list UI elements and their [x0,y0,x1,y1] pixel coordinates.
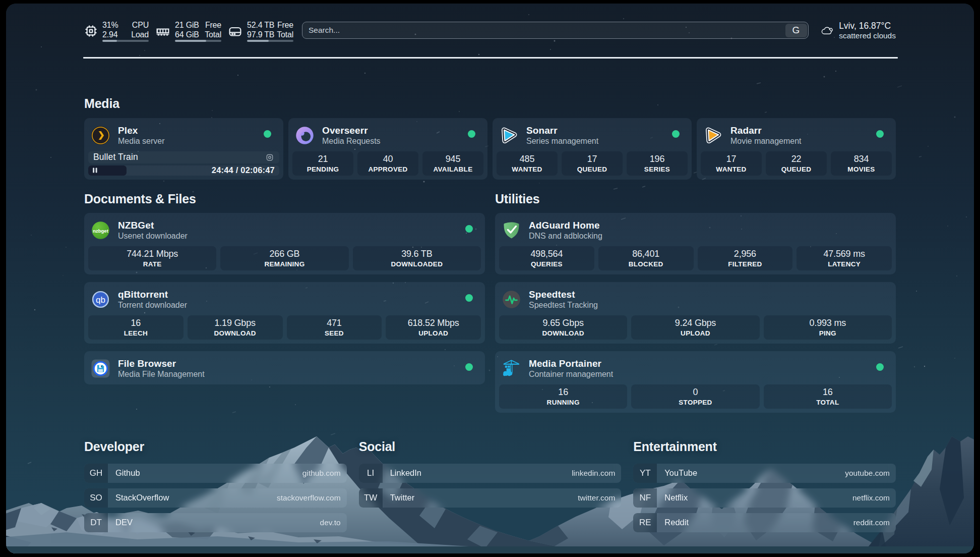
svg-text:qb: qb [96,295,105,304]
svg-text:nzbget: nzbget [93,228,108,233]
